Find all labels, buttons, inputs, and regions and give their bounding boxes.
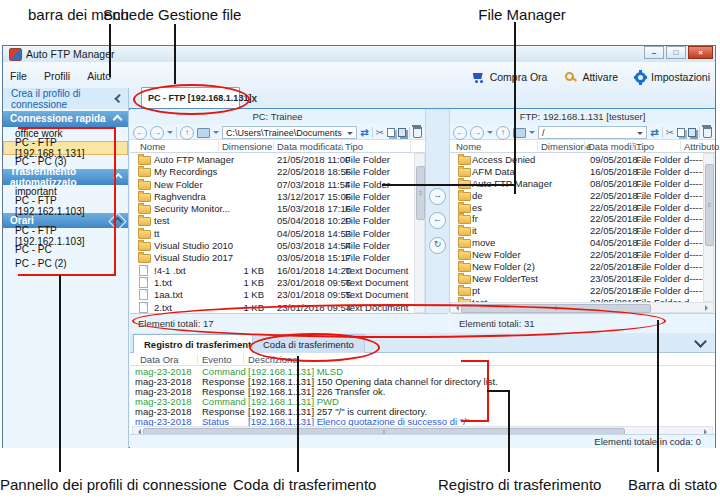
buy-now-label: Compra Ora [490,71,548,83]
file-row[interactable]: New Folder22/05/2018...File Folderd-----… [450,248,703,260]
maximize-button[interactable] [666,46,686,59]
delete-icon[interactable] [703,127,712,138]
back-icon[interactable] [453,126,467,140]
copy-icon[interactable] [387,128,395,137]
scrollbar-thumb[interactable]: ≡ [416,166,425,220]
log-time: mag-23-2018 12:2... [135,416,195,426]
create-profile-button[interactable]: Crea il profilo di connessione [3,88,128,109]
collapse-panel-icon[interactable] [694,335,707,348]
up-folder-icon[interactable] [180,126,194,140]
file-row[interactable]: fr22/05/2018...File Folderd--------- [450,212,703,224]
file-row[interactable]: My Recordings22/05/2018 18:56File Folder [130,165,414,177]
log-row[interactable]: mag-23-2018 12:2...Command[192.168.1.131… [130,396,715,406]
file-name: es [472,202,482,213]
file-row[interactable]: Auto FTP Manager21/05/2018 11:00File Fol… [130,153,414,165]
toolbar-separator [372,127,373,138]
file-row[interactable]: Auto FTP Manager08/05/2018...File Folder… [450,177,703,189]
file-name: Visual Studio 2017 [154,252,233,263]
refresh-icon[interactable] [360,127,368,138]
cut-icon[interactable] [376,127,384,138]
file-name: 1aa.txt [154,289,183,300]
paste-icon[interactable] [688,128,696,137]
file-row[interactable]: Visual Studio 201703/05/2018 15:17File F… [130,251,414,263]
file-attr: d--------- [684,273,703,284]
column-header[interactable]: Evento [202,354,232,365]
file-row[interactable]: Raghvendra13/12/2017 15:06File Folder [130,190,414,202]
forward-icon[interactable] [470,126,484,140]
delete-icon[interactable] [413,127,422,138]
column-header[interactable]: Data modificata [277,141,343,152]
log-row[interactable]: mag-23-2018 12:2...Response[192.168.1.13… [130,376,715,386]
file-row[interactable]: 1aa.txt1 KB23/01/2018 09:55Text Document [130,288,414,300]
history-dropdown-icon[interactable] [487,131,493,137]
column-header[interactable]: Attributo [684,141,719,152]
sidebar-section-header[interactable]: Connessione rapida [3,111,128,127]
file-row[interactable]: New Folder (2)22/05/2018...File Folderd-… [450,260,703,272]
column-separator [243,354,244,364]
file-size: 1 KB [224,277,264,288]
local-path-input[interactable]: C:\Users\Trainee\Documents [222,126,357,139]
file-row[interactable]: test05/04/2018 10:20File Folder [130,214,414,226]
menu-item-file[interactable]: File [10,70,27,82]
sync-schedule-button[interactable] [429,237,446,254]
column-header[interactable]: Data Ora [140,354,179,365]
column-header[interactable]: Tipo [636,141,654,152]
file-row[interactable]: es22/05/2018...File Folderd--------- [450,201,703,213]
history-dropdown-icon[interactable] [167,131,173,137]
transfer-right-button[interactable] [429,188,446,205]
cut-icon[interactable] [666,127,674,138]
drive-dropdown-icon[interactable] [529,131,535,137]
file-row[interactable]: tt04/05/2018 14:53File Folder [130,227,414,239]
column-header[interactable]: Tipo [345,141,363,152]
file-row[interactable]: pt22/05/2018...File Folderd--------- [450,284,703,296]
drive-dropdown-icon[interactable] [213,131,219,137]
settings-button[interactable]: Impostazioni [635,71,710,83]
refresh-icon[interactable] [650,127,658,138]
log-row[interactable]: mag-23-2018 12:2...Command[192.168.1.131… [130,366,715,376]
log-row[interactable]: mag-23-2018 12:2...Response[192.168.1.13… [130,386,715,396]
remote-vertical-scrollbar[interactable]: ≡ [703,153,714,302]
log-row[interactable]: mag-23-2018 12:2...Response[192.168.1.13… [130,406,715,416]
file-row[interactable]: Visual Studio 201005/03/2018 14:54File F… [130,239,414,251]
file-row[interactable]: 1.txt1 KB23/01/2018 09:56Text Document [130,276,414,288]
back-icon[interactable] [133,126,147,140]
buy-now-button[interactable]: Compra Ora [472,71,548,83]
tab-close-icon[interactable]: x [251,94,257,103]
menu-item-profili[interactable]: Profili [44,70,70,82]
transfer-left-button[interactable] [429,212,446,229]
forward-icon[interactable] [150,126,164,140]
scroll-right-icon[interactable] [705,305,711,311]
folder-icon [458,251,471,260]
chevron-up-icon[interactable] [113,115,123,125]
copy-icon[interactable] [677,128,685,137]
file-row[interactable]: Security Monitor...15/03/2018 17:16File … [130,202,414,214]
up-folder-icon[interactable] [496,126,510,140]
column-header[interactable]: Dimensione [222,141,272,152]
column-header[interactable]: Nome [140,141,165,152]
file-row[interactable]: Access Denied09/05/2018...File Folderd--… [450,153,703,165]
remote-pane-title: FTP: 192.168.1.131 [testuser] [450,111,715,122]
local-vertical-scrollbar[interactable]: ≡ [414,153,425,313]
scrollbar-thumb[interactable]: ≡ [705,164,714,246]
remote-path-input[interactable]: / [538,126,647,139]
file-row[interactable]: New FolderTest23/05/2018...File Folderd-… [450,272,703,284]
annotation-label-profiles-panel: Pannello dei profili di connessione [0,476,220,493]
file-attr: d--------- [684,202,703,213]
computer-icon[interactable] [197,128,210,138]
minimize-button[interactable] [644,46,664,59]
folder-icon [458,215,471,224]
column-header[interactable]: Nome [456,141,481,152]
file-row[interactable]: !4-1 .txt1 KB16/01/2018 14:20Text Docume… [130,264,414,276]
file-row[interactable]: AFM Data16/05/2018...File Folderd-------… [450,165,703,177]
close-button[interactable] [688,46,713,59]
paste-icon[interactable] [398,128,406,137]
file-row[interactable]: de22/05/2018...File Folderd--------- [450,189,703,201]
tab-transfer-log[interactable]: Registro di trasferimento [133,334,268,353]
activate-button[interactable]: Attivare [564,71,618,83]
log-row[interactable]: mag-23-2018 12:2...Status[192.168.1.131]… [130,416,715,426]
file-row[interactable]: move04/05/2018...File Folderd--------- [450,236,703,248]
menu-item-aiuto[interactable]: Aiuto [87,70,111,82]
file-type: File Folder [345,166,390,177]
file-row[interactable]: New Folder07/03/2018 11:54File Folder [130,178,414,190]
file-row[interactable]: it22/05/2018...File Folderd--------- [450,224,703,236]
